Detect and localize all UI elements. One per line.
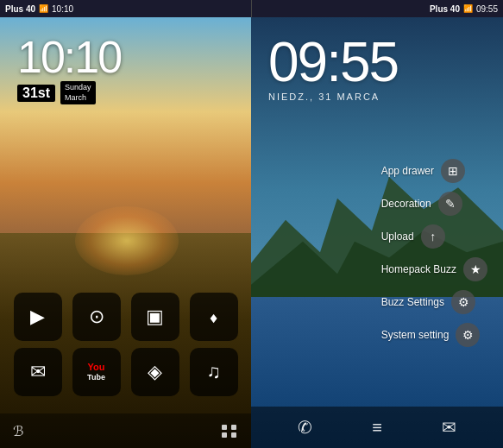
system-setting-label: System setting (381, 329, 450, 341)
homepack-buzz-label: Homepack Buzz (381, 263, 456, 275)
camera-icon[interactable]: ⊙ (72, 293, 121, 341)
bottom-dots (222, 425, 238, 438)
app-row-2: ✉ YouTube ◈ ♫ (9, 348, 242, 396)
dot-4 (231, 432, 236, 438)
time-left: 10:10 (52, 4, 73, 14)
right-clock: 09:55 NIEDZ., 31 MARCA (268, 35, 398, 102)
mail-icon[interactable]: ✉ (14, 348, 62, 396)
right-time: 09:55 (268, 35, 398, 90)
decoration-icon: ✎ (438, 192, 462, 216)
dot-3 (222, 432, 227, 438)
app-grid: ▶ ⊙ ▣ ⬧ ✉ YouTube ◈ ♫ (9, 293, 242, 396)
clock-widget: 10:10 31st Sunday March (17, 35, 121, 104)
signal-icons-right: 📶 (463, 4, 473, 13)
right-panel: 09:55 NIEDZ., 31 MARCA App drawer ⊞ Deco… (251, 17, 503, 448)
clock-time: 10:10 (17, 35, 121, 79)
right-date: NIEDZ., 31 MARCA (268, 91, 398, 102)
menu-items: App drawer ⊞ Decoration ✎ Upload ↑ Homep… (374, 155, 494, 350)
main-area: 10:10 31st Sunday March ▶ ⊙ ▣ ⬧ ✉ (0, 17, 503, 448)
music-icon[interactable]: ♫ (190, 348, 238, 396)
status-bar-right: Plus 40 📶 09:55 (252, 0, 503, 17)
buzz-settings-label: Buzz Settings (381, 296, 444, 308)
app-drawer-icon: ⊞ (441, 159, 465, 183)
dot-1 (222, 425, 227, 430)
app-row-1: ▶ ⊙ ▣ ⬧ (9, 293, 242, 341)
gallery-icon[interactable]: ▣ (131, 293, 179, 341)
youtube-icon[interactable]: YouTube (72, 348, 121, 396)
upload-icon: ↑ (421, 224, 445, 249)
left-panel: 10:10 31st Sunday March ▶ ⊙ ▣ ⬧ ✉ (0, 17, 251, 448)
clock-date-row: 31st Sunday March (17, 81, 121, 104)
status-bar-left: Plus 40 📶 10:10 (0, 0, 251, 17)
decoration-label: Decoration (381, 198, 431, 210)
youtube-label: YouTube (87, 362, 105, 382)
maps-icon[interactable]: ◈ (131, 348, 179, 396)
menu-item-buzz-settings[interactable]: Buzz Settings ⚙ (374, 287, 494, 318)
bottom-bar-right: ✆ ≡ ✉ (251, 407, 503, 448)
menu-item-decoration[interactable]: Decoration ✎ (374, 188, 494, 219)
carrier-right: Plus 40 (430, 4, 460, 14)
clock-date-num: 31st (17, 85, 55, 102)
phone-icon[interactable]: ✆ (298, 417, 312, 438)
bottom-logo: ℬ (13, 423, 24, 439)
system-setting-icon: ⚙ (456, 323, 480, 347)
dot-2 (231, 425, 236, 430)
clock-date-detail: Sunday March (60, 81, 96, 104)
menu-item-homepack-buzz[interactable]: Homepack Buzz ★ (374, 254, 494, 285)
menu-item-system-setting[interactable]: System setting ⚙ (374, 319, 494, 350)
menu-item-app-drawer[interactable]: App drawer ⊞ (374, 155, 494, 186)
signal-icons-left: 📶 (39, 4, 48, 13)
share-icon[interactable]: ⬧ (190, 293, 238, 341)
menu-icon[interactable]: ≡ (372, 418, 382, 438)
app-drawer-label: App drawer (381, 165, 434, 177)
status-bar: Plus 40 📶 10:10 Plus 40 📶 09:55 (0, 0, 503, 17)
homepack-icon: ★ (463, 257, 487, 281)
play-icon[interactable]: ▶ (14, 293, 62, 341)
bottom-bar-left: ℬ (0, 413, 251, 448)
buzz-settings-icon: ⚙ (451, 290, 475, 314)
time-right: 09:55 (476, 4, 498, 14)
menu-item-upload[interactable]: Upload ↑ (374, 221, 494, 252)
upload-label: Upload (381, 230, 414, 243)
messages-icon[interactable]: ✉ (442, 417, 456, 438)
carrier-left: Plus 40 (5, 4, 35, 14)
